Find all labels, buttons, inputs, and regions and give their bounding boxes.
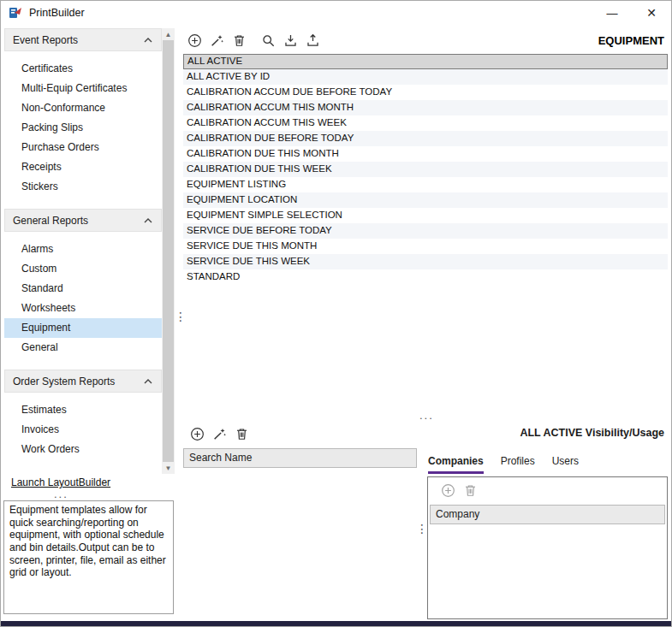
app-logo-icon	[8, 5, 23, 21]
scroll-up-icon[interactable]: ▲	[162, 28, 175, 40]
template-row[interactable]: CALIBRATION DUE BEFORE TODAY	[183, 131, 668, 146]
main-horizontal-splitter[interactable]: ...	[419, 409, 434, 422]
template-row[interactable]: ALL ACTIVE	[183, 54, 668, 69]
sidebar-item-estimates[interactable]: Estimates	[4, 400, 162, 420]
search-icon	[261, 33, 276, 48]
search-templates-button[interactable]	[259, 32, 277, 50]
delete-template-button[interactable]	[229, 32, 248, 50]
edit-template-button[interactable]	[207, 32, 226, 50]
add-company-button[interactable]	[438, 482, 457, 500]
template-row[interactable]: CALIBRATION ACCUM THIS MONTH	[183, 100, 668, 115]
group-order-system-reports[interactable]: Order System Reports	[4, 370, 162, 393]
report-nav: Event Reports Certificates Multi-Equip C…	[4, 28, 162, 474]
chevron-up-icon	[143, 217, 153, 224]
template-toolbar: EQUIPMENT	[185, 30, 664, 51]
template-row[interactable]: CALIBRATION ACCUM THIS WEEK	[183, 115, 668, 131]
bottom-panels-splitter[interactable]: ⋮	[416, 526, 428, 532]
add-icon	[190, 427, 205, 441]
delete-company-button[interactable]	[461, 482, 479, 500]
company-column-header[interactable]: Company	[430, 505, 665, 524]
delete-search-button[interactable]	[232, 424, 251, 443]
template-row[interactable]: SERVICE DUE THIS WEEK	[183, 254, 668, 269]
search-toolbar	[187, 424, 254, 443]
trash-icon	[235, 427, 249, 441]
sidebar-item-general[interactable]: General	[4, 338, 162, 358]
scrollbar-thumb[interactable]	[163, 40, 174, 462]
edit-search-button[interactable]	[210, 424, 229, 443]
companies-toolbar	[428, 477, 667, 504]
chevron-up-icon	[143, 37, 153, 44]
sidebar-scrollbar[interactable]: ▲ ▼	[162, 28, 175, 474]
template-row[interactable]: CALIBRATION ACCUM DUE BEFORE TODAY	[183, 85, 668, 100]
sidebar-item-custom[interactable]: Custom	[4, 259, 162, 279]
template-row[interactable]: SERVICE DUE BEFORE TODAY	[183, 223, 668, 239]
magic-wand-icon	[210, 33, 224, 48]
sidebar-item-packing-slips[interactable]: Packing Slips	[4, 118, 162, 138]
import-icon	[283, 33, 298, 48]
sidebar-horizontal-splitter[interactable]: ...	[54, 488, 68, 500]
group-label: Event Reports	[13, 34, 78, 46]
trash-icon	[232, 33, 247, 48]
report-sidebar: Event Reports Certificates Multi-Equip C…	[4, 28, 175, 474]
template-description: Equipment templates allow for quick sear…	[3, 500, 174, 614]
minimize-button[interactable]: —	[592, 1, 632, 25]
chevron-up-icon	[143, 378, 153, 385]
template-row[interactable]: SERVICE DUE THIS MONTH	[183, 239, 668, 254]
sidebar-main-splitter[interactable]: ⋮	[175, 314, 187, 320]
sidebar-item-non-conformance[interactable]: Non-Conformance	[4, 98, 162, 118]
add-template-button[interactable]	[185, 32, 204, 50]
scroll-down-icon[interactable]: ▼	[162, 462, 175, 474]
sidebar-item-worksheets[interactable]: Worksheets	[4, 299, 162, 318]
add-search-button[interactable]	[187, 424, 206, 443]
sidebar-item-alarms[interactable]: Alarms	[4, 240, 162, 259]
template-row[interactable]: CALIBRATION DUE THIS WEEK	[183, 162, 668, 177]
export-template-button[interactable]	[303, 32, 322, 50]
template-row[interactable]: EQUIPMENT SIMPLE SELECTION	[183, 208, 668, 223]
sidebar-item-receipts[interactable]: Receipts	[4, 157, 162, 177]
visibility-tabs: Companies Profiles Users	[428, 455, 579, 474]
template-row[interactable]: EQUIPMENT LOCATION	[183, 192, 668, 208]
sidebar-item-certificates[interactable]: Certificates	[4, 59, 162, 79]
import-template-button[interactable]	[281, 32, 300, 50]
sidebar-item-purchase-orders[interactable]: Purchase Orders	[4, 138, 162, 157]
sidebar-item-standard[interactable]: Standard	[4, 279, 162, 299]
sidebar-item-equipment[interactable]: Equipment	[4, 318, 162, 338]
window-controls: — ✕	[592, 1, 671, 25]
template-row[interactable]: STANDARD	[183, 269, 668, 285]
trash-icon	[463, 483, 478, 498]
page-title: EQUIPMENT	[598, 34, 664, 47]
titlebar: PrintBuilder — ✕	[1, 1, 671, 25]
visibility-title: ALL ACTIVE Visibility/Usage	[520, 427, 664, 439]
template-row[interactable]: CALIBRATION DUE THIS MONTH	[183, 146, 668, 162]
group-event-reports[interactable]: Event Reports	[4, 28, 162, 51]
launch-layoutbuilder-link[interactable]: Launch LayoutBuilder	[11, 476, 110, 488]
close-button[interactable]: ✕	[632, 1, 671, 25]
printbuilder-window: PrintBuilder — ✕ Event Reports Certifica…	[0, 0, 672, 627]
magic-wand-icon	[212, 427, 227, 441]
group-label: Order System Reports	[13, 376, 115, 387]
companies-panel: Company	[427, 476, 668, 619]
search-list[interactable]	[183, 468, 417, 620]
close-icon: ✕	[646, 6, 657, 20]
sidebar-item-work-orders[interactable]: Work Orders	[4, 440, 162, 459]
tab-users[interactable]: Users	[552, 455, 579, 474]
tab-profiles[interactable]: Profiles	[501, 455, 535, 474]
template-row[interactable]: ALL ACTIVE BY ID	[183, 69, 668, 85]
window-title: PrintBuilder	[29, 7, 85, 19]
export-icon	[306, 33, 320, 48]
minimize-icon: —	[607, 7, 618, 20]
add-icon	[441, 483, 455, 498]
search-name-column-header[interactable]: Search Name	[183, 448, 417, 468]
tab-companies[interactable]: Companies	[428, 455, 484, 474]
template-row[interactable]: EQUIPMENT LISTING	[183, 177, 668, 192]
group-label: General Reports	[13, 215, 88, 227]
sidebar-item-invoices[interactable]: Invoices	[4, 420, 162, 440]
sidebar-item-stickers[interactable]: Stickers	[4, 177, 162, 197]
sidebar-item-multi-equip-certificates[interactable]: Multi-Equip Certificates	[4, 79, 162, 98]
template-list: ALL ACTIVE ALL ACTIVE BY ID CALIBRATION …	[183, 54, 668, 285]
group-general-reports[interactable]: General Reports	[4, 209, 162, 232]
add-icon	[187, 33, 202, 48]
